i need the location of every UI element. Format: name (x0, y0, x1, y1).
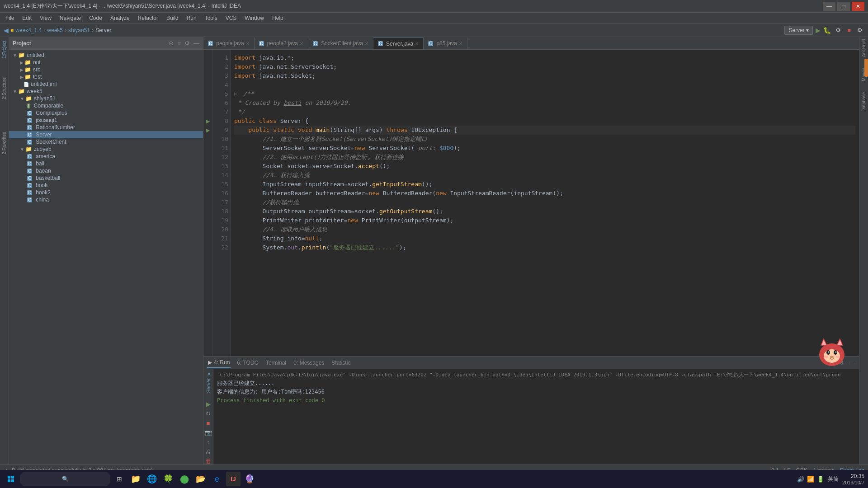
taskview-button[interactable]: ⊞ (112, 472, 127, 486)
close-button[interactable]: ✕ (852, 2, 864, 11)
menu-item-view[interactable]: View (36, 14, 55, 22)
tray-icon-3[interactable]: 🔋 (817, 476, 824, 483)
ant-build-icon[interactable]: Ant Build (861, 39, 866, 57)
start-button[interactable] (4, 472, 18, 486)
menu-item-vcs[interactable]: VCS (222, 14, 241, 22)
app-icon-2[interactable]: ⬤ (177, 472, 192, 486)
menu-item-window[interactable]: Window (241, 14, 268, 22)
tree-item-server[interactable]: C Server (9, 131, 203, 138)
menu-item-build[interactable]: Build (163, 14, 182, 22)
app-icon-3[interactable]: 🔮 (242, 472, 257, 486)
intellij-icon[interactable]: IJ (226, 472, 241, 486)
locate-icon[interactable]: ⊕ (169, 40, 174, 47)
menu-item-navigate[interactable]: Navigate (56, 14, 85, 22)
run-camera-btn[interactable]: 📷 (204, 429, 213, 436)
browser-icon-1[interactable]: 🌐 (145, 472, 159, 486)
tab-people[interactable]: C people.java ✕ (203, 38, 255, 49)
menu-item-file[interactable]: File (2, 14, 18, 22)
tab-statistic[interactable]: Statistic (330, 358, 351, 368)
run-print-btn[interactable]: 🖨 (204, 448, 213, 455)
back-button[interactable]: ◀ (4, 27, 9, 34)
file-explorer-icon[interactable]: 📁 (128, 472, 143, 486)
tree-item-untitled[interactable]: ▼ 📁 untitled (9, 52, 203, 59)
breadcrumb-week5[interactable]: week5 (47, 27, 63, 33)
code-content[interactable]: import java.io.*; import java.net.Server… (231, 50, 859, 356)
maximize-button[interactable]: □ (837, 2, 850, 11)
run-trash-btn[interactable]: 🗑 (204, 458, 213, 465)
tree-item-book[interactable]: C book (9, 182, 203, 189)
tray-icon-2[interactable]: 📶 (807, 476, 814, 483)
ime-indicator[interactable]: 英简 (828, 475, 839, 483)
tree-item-baoan[interactable]: C baoan (9, 167, 203, 174)
tree-item-ball[interactable]: C ball (9, 160, 203, 167)
coverage-button[interactable]: ⚙ (834, 26, 843, 34)
tree-item-week5[interactable]: ▼ 📁 week5 (9, 88, 203, 95)
code-line-9: public static void main(String[] args) t… (234, 126, 855, 135)
tree-item-rationalnumber[interactable]: C RationalNumber (9, 124, 203, 131)
tray-icon-1[interactable]: 🔊 (797, 476, 804, 483)
code-editor[interactable]: ▶ ▶ 12345678910111213141516171819202122 … (203, 50, 859, 356)
tab-p85-close[interactable]: ✕ (459, 41, 462, 46)
menu-item-run[interactable]: Run (183, 14, 200, 22)
menu-item-help[interactable]: Help (269, 14, 287, 22)
run-button[interactable]: ▶ (816, 27, 821, 34)
menu-item-analyze[interactable]: Analyze (107, 14, 133, 22)
browser-icon-2[interactable]: e (210, 472, 224, 486)
tab-messages[interactable]: 0: Messages (292, 358, 325, 368)
tree-item-shiyan51[interactable]: ▼ 📁 shiyan51 (9, 95, 203, 102)
tab-server[interactable]: C Server.java ✕ (373, 38, 424, 49)
tree-item-zuoye5[interactable]: ▼ 📁 zuoye5 (9, 145, 203, 153)
favorites-side-icon[interactable]: 2:Favorites (2, 130, 7, 156)
debug-button[interactable]: 🐛 (823, 27, 831, 34)
breadcrumb-server[interactable]: Server (95, 27, 111, 33)
tree-item-comparable[interactable]: I Comparable (9, 102, 203, 109)
tab-people2-close[interactable]: ✕ (300, 41, 303, 46)
tab-server-close[interactable]: ✕ (415, 41, 419, 46)
stop-button[interactable]: ■ (845, 26, 853, 34)
tree-item-basketball[interactable]: C basketball (9, 174, 203, 182)
file-manager-icon[interactable]: 📂 (193, 472, 208, 486)
tab-socketclient[interactable]: C SocketClient.java ✕ (308, 38, 373, 49)
tree-item-test[interactable]: ▶ 📁 test (9, 73, 203, 80)
menu-item-code[interactable]: Code (85, 14, 106, 22)
tab-people2[interactable]: C people2.java ✕ (255, 38, 308, 49)
menu-item-edit[interactable]: Edit (19, 14, 35, 22)
tree-item-complexplus[interactable]: C Complexplus (9, 109, 203, 117)
app-icon-1[interactable]: 🍀 (161, 472, 175, 486)
structure-side-icon[interactable]: 2:Structure (2, 75, 7, 101)
minimize-button[interactable]: — (823, 2, 835, 11)
database-icon[interactable]: Database (861, 92, 866, 112)
tree-item-iml[interactable]: 📄 untitled.iml (9, 80, 203, 88)
tree-item-jisuanqi1[interactable]: C jisuanqi1 (9, 117, 203, 124)
run-config-button[interactable]: Server ▾ (784, 26, 813, 35)
run-rerun-btn[interactable]: ↻ (204, 410, 213, 417)
tree-item-out[interactable]: ▶ 📁 out (9, 59, 203, 66)
collapse-icon[interactable]: ≡ (177, 40, 181, 47)
tree-item-china[interactable]: C china (9, 196, 203, 203)
tree-item-america[interactable]: C america (9, 153, 203, 160)
gutter-item-8[interactable]: ▶ (204, 117, 211, 126)
tree-item-socketclient[interactable]: C SocketClient (9, 138, 203, 145)
tree-item-src[interactable]: ▶ 📁 src (9, 66, 203, 73)
tab-people-close[interactable]: ✕ (246, 41, 250, 46)
tab-socketclient-close[interactable]: ✕ (365, 41, 368, 46)
settings-button[interactable]: ⚙ (855, 26, 864, 34)
run-scroll-btn[interactable]: ↕ (204, 439, 213, 446)
breadcrumb-shiyan51[interactable]: shiyan51 (68, 27, 90, 33)
tree-item-book2[interactable]: C book2 (9, 189, 203, 196)
breadcrumb-project[interactable]: week4_1.4 (15, 27, 42, 33)
minimize-panel-icon[interactable]: — (193, 40, 199, 47)
gutter-item-9[interactable]: ▶ (204, 126, 211, 135)
run-stop-btn[interactable]: ■ (204, 420, 213, 427)
tab-run[interactable]: ▶ 4: Run (207, 357, 231, 368)
project-side-icon[interactable]: 1:Project (2, 39, 7, 60)
gear-icon[interactable]: ⚙ (184, 40, 190, 47)
run-play-btn[interactable]: ▶ (204, 401, 213, 408)
tab-terminal[interactable]: Terminal (265, 358, 287, 368)
tab-p85[interactable]: C p85.java ✕ (424, 38, 467, 49)
menu-item-tools[interactable]: Tools (201, 14, 221, 22)
tab-todo[interactable]: 6: TODO (236, 358, 259, 368)
panel-close-button[interactable]: — (849, 359, 855, 366)
search-taskbar-button[interactable]: 🔍 (20, 472, 110, 486)
menu-item-refactor[interactable]: Refactor (134, 14, 162, 22)
